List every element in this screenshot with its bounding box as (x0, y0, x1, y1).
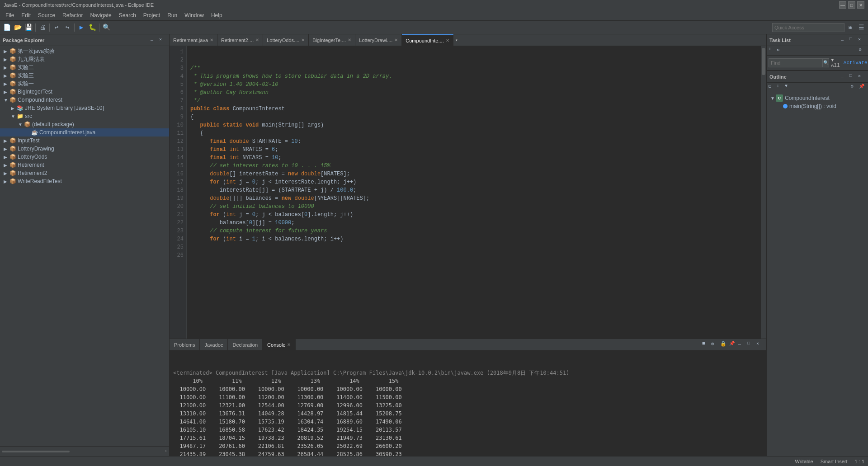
editor-tab[interactable]: BigIntegerTe....✕ (309, 34, 355, 46)
tree-arrow: ▶ (4, 81, 9, 86)
menu-edit[interactable]: Edit (18, 11, 34, 19)
tree-item[interactable]: ▶ 📦 WriteReadFileTest (0, 177, 169, 185)
tab-javadoc[interactable]: Javadoc (200, 339, 228, 350)
tree-label: BigIntegerTest (18, 89, 52, 95)
tree-item[interactable]: ▶ 📦 InputTest (0, 137, 169, 145)
left-scrollbar[interactable] (2, 451, 165, 452)
task-list-minimize-btn[interactable]: _ (841, 37, 848, 44)
tree-item[interactable]: ☕ CompoundInterest.java (0, 128, 169, 137)
editor-tab[interactable]: LotteryOdds....✕ (263, 34, 309, 46)
new-button[interactable]: 📄 (2, 23, 12, 33)
code-editor[interactable]: /** * This program shows how to store ta… (187, 46, 761, 339)
panel-close-btn[interactable]: ✕ (159, 37, 166, 44)
run-button[interactable]: ▶ (76, 23, 86, 33)
tab-close-btn[interactable]: ✕ (348, 38, 351, 42)
outline-sort-btn[interactable]: ↕ (777, 84, 784, 91)
menu-refactor[interactable]: Refactor (59, 11, 86, 19)
console-pin-btn[interactable]: 📌 (729, 341, 737, 349)
tree-item[interactable]: ▶ 📦 第一次java实验 (0, 47, 169, 55)
panel-minimize-btn[interactable]: _ (151, 37, 158, 44)
minimize-button[interactable]: — (839, 1, 846, 9)
menu-navigate[interactable]: Navigate (86, 11, 115, 19)
debug-button[interactable]: 🐛 (87, 23, 97, 33)
task-find-input[interactable] (769, 58, 823, 67)
tree-item[interactable]: ▶ 📦 Retirement2 (0, 169, 169, 177)
outline-maximize-btn[interactable]: □ (849, 73, 857, 80)
open-button[interactable]: 📂 (13, 23, 23, 33)
tab-declaration[interactable]: Declaration (228, 339, 263, 350)
save-button[interactable]: 💾 (24, 23, 33, 33)
expand-btn[interactable]: › (165, 449, 167, 454)
console-maximize-btn[interactable]: □ (747, 341, 755, 349)
quick-access-input[interactable] (772, 23, 844, 32)
editor-tab-menu-btn[interactable]: ▾ (453, 34, 460, 46)
outline-minimize-btn[interactable]: _ (841, 73, 848, 80)
task-activate-btn[interactable]: Activate... (842, 60, 868, 66)
menu-run[interactable]: Run (164, 11, 181, 19)
redo-button[interactable]: ↪ (62, 23, 72, 33)
task-list-maximize-btn[interactable]: □ (849, 37, 857, 44)
editor-tab[interactable]: LotteryDrawi....✕ (355, 34, 402, 46)
tree-item[interactable]: ▶ 📦 实验二 (0, 63, 169, 71)
line-number: 5 (170, 80, 186, 89)
tree-item[interactable]: ▼ 📁 src (0, 112, 169, 120)
task-refresh-btn[interactable]: ↻ (777, 47, 784, 54)
menu-window[interactable]: Window (181, 11, 208, 19)
tab-close-btn[interactable]: ✕ (301, 38, 305, 42)
task-list-close-btn[interactable]: ✕ (858, 37, 865, 44)
tree-item[interactable]: ▶ 📦 Retirement (0, 161, 169, 169)
tree-item[interactable]: ▶ 📦 实验一 (0, 80, 169, 88)
tree-icon: 📦 (24, 121, 31, 128)
tab-console[interactable]: Console ✕ (263, 339, 296, 350)
tree-item[interactable]: ▶ 📦 LotteryDrawing (0, 145, 169, 153)
menu-search[interactable]: Search (115, 11, 140, 19)
outline-item[interactable]: ▼ C CompoundInterest (770, 94, 864, 102)
menu-file[interactable]: File (2, 11, 18, 19)
menu-project[interactable]: Project (140, 11, 164, 19)
console-minimize-btn[interactable]: _ (738, 341, 746, 349)
console-terminate-btn[interactable]: ■ (702, 341, 710, 349)
code-line: interestRate[j] = (STARTRATE + j) / 100.… (190, 186, 757, 194)
console-clear-btn[interactable]: ⊗ (711, 341, 719, 349)
toolbar-separator-1 (35, 24, 36, 32)
tab-close-btn[interactable]: ✕ (210, 38, 213, 42)
close-button[interactable]: ✕ (857, 1, 864, 9)
menu-source[interactable]: Source (34, 11, 59, 19)
tree-item[interactable]: ▶ 📦 实验三 (0, 71, 169, 80)
menu-help[interactable]: Help (208, 11, 226, 19)
tree-item[interactable]: ▶ 📦 九九乘法表 (0, 55, 169, 63)
toolbar-icon-1[interactable]: ⊞ (845, 23, 855, 33)
tree-item[interactable]: ▶ 📦 LotteryOdds (0, 153, 169, 161)
outline-item[interactable]: main(String[]) : void (770, 102, 864, 110)
outline-collapse-btn[interactable]: ⊟ (769, 84, 776, 91)
tab-close-btn[interactable]: ✕ (394, 38, 398, 42)
editor-vertical-scrollbar[interactable] (761, 46, 766, 339)
editor-tab[interactable]: Retirement.java✕ (170, 34, 217, 46)
task-find-btn[interactable]: 🔍 (823, 58, 829, 67)
tree-item[interactable]: ▼ 📦 CompoundInterest (0, 96, 169, 104)
editor-tab[interactable]: CompoundInte....✕ (402, 34, 453, 46)
outline-settings-btn[interactable]: ⚙ (851, 84, 858, 91)
outline-close-btn[interactable]: ✕ (858, 73, 865, 80)
tab-problems[interactable]: Problems (170, 339, 200, 350)
task-settings-btn[interactable]: ⚙ (859, 47, 866, 54)
tree-item[interactable]: ▶ 📦 BigIntegerTest (0, 88, 169, 96)
tab-close-btn[interactable]: ✕ (446, 38, 449, 43)
code-line: balances[0][j] = 10000; (190, 219, 757, 227)
task-add-btn[interactable]: + (769, 47, 776, 54)
tree-item[interactable]: ▼ 📦 (default package) (0, 120, 169, 128)
tab-close-btn[interactable]: ✕ (255, 38, 259, 42)
toolbar-icon-2[interactable]: ☰ (856, 23, 866, 33)
search-button[interactable]: 🔍 (101, 23, 111, 33)
outline-pin-btn[interactable]: 📌 (859, 84, 866, 91)
task-list-title: Task List (769, 38, 791, 43)
maximize-button[interactable]: □ (848, 1, 855, 9)
editor-tab[interactable]: Retirement2....✕ (217, 34, 263, 46)
task-all-btn[interactable]: ▼ All (829, 57, 842, 68)
tree-item[interactable]: ▶ 📚 JRE System Library [JavaSE-10] (0, 104, 169, 112)
print-button[interactable]: 🖨 (38, 23, 47, 33)
undo-button[interactable]: ↩ (52, 23, 61, 33)
outline-filter-btn[interactable]: ▼ (785, 84, 792, 91)
console-scroll-lock-btn[interactable]: 🔒 (720, 341, 728, 349)
console-close-btn[interactable]: ✕ (756, 341, 764, 349)
